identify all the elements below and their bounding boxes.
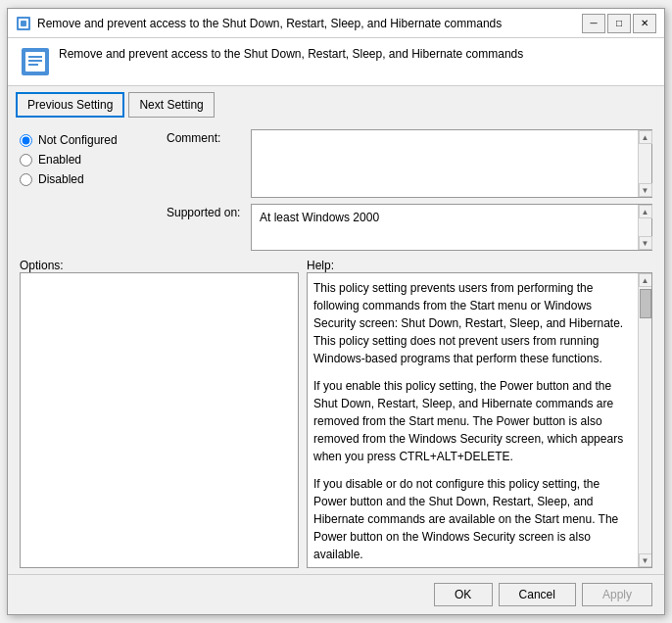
config-section: Not Configured Enabled Disabled Comment: xyxy=(20,129,652,251)
scroll-track xyxy=(639,144,651,183)
footer: OK Cancel Apply xyxy=(8,574,664,614)
radio-group: Not Configured Enabled Disabled xyxy=(20,133,147,186)
supported-row: Supported on: At least Windows 2000 ▲ ▼ xyxy=(167,204,652,251)
help-scroll-down[interactable]: ▼ xyxy=(639,553,652,567)
supported-scrollbar: ▲ ▼ xyxy=(638,205,651,250)
comment-scrollbar: ▲ ▼ xyxy=(638,130,651,197)
policy-icon xyxy=(20,46,51,77)
supported-scroll-track xyxy=(639,218,651,236)
bottom-section: Options: Help: This policy setting preve… xyxy=(20,259,652,568)
window-icon xyxy=(16,16,31,31)
cancel-button[interactable]: Cancel xyxy=(499,583,576,606)
scroll-down-arrow[interactable]: ▼ xyxy=(639,183,652,197)
header-section: Remove and prevent access to the Shut Do… xyxy=(8,38,664,86)
scroll-up-arrow[interactable]: ▲ xyxy=(639,130,652,144)
title-bar: Remove and prevent access to the Shut Do… xyxy=(8,9,664,38)
header-title: Remove and prevent access to the Shut Do… xyxy=(59,46,523,63)
help-label: Help: xyxy=(307,259,334,272)
enabled-radio-item[interactable]: Enabled xyxy=(20,153,147,167)
supported-field: At least Windows 2000 ▲ ▼ xyxy=(251,204,652,251)
svg-rect-5 xyxy=(28,56,42,58)
help-scroll-up[interactable]: ▲ xyxy=(639,273,652,287)
section-labels: Options: Help: xyxy=(20,259,652,272)
disabled-label: Disabled xyxy=(38,172,84,186)
svg-rect-7 xyxy=(28,64,38,66)
help-scroll-track xyxy=(639,287,651,553)
help-scroll-thumb[interactable] xyxy=(640,289,651,318)
not-configured-radio[interactable] xyxy=(20,134,32,147)
close-button[interactable]: ✕ xyxy=(633,14,656,33)
main-window: Remove and prevent access to the Shut Do… xyxy=(7,8,665,615)
supported-scroll-down[interactable]: ▼ xyxy=(639,236,652,250)
supported-value: At least Windows 2000 xyxy=(256,207,399,228)
minimize-button[interactable]: ─ xyxy=(582,14,605,33)
help-panel: This policy setting prevents users from … xyxy=(307,272,652,568)
help-scrollbar: ▲ ▼ xyxy=(638,273,651,567)
disabled-radio[interactable] xyxy=(20,173,32,186)
help-paragraph-3: If you disable or do not configure this … xyxy=(313,475,632,563)
comment-field: ▲ ▼ xyxy=(251,129,652,198)
apply-button[interactable]: Apply xyxy=(582,583,652,606)
supported-label: Supported on: xyxy=(167,204,245,219)
options-label: Options: xyxy=(20,259,64,272)
restore-button[interactable]: □ xyxy=(607,14,631,33)
comment-label: Comment: xyxy=(167,129,245,145)
ok-button[interactable]: OK xyxy=(434,583,493,606)
disabled-radio-item[interactable]: Disabled xyxy=(20,172,147,186)
enabled-radio[interactable] xyxy=(20,154,32,167)
toolbar: Previous Setting Next Setting xyxy=(8,86,664,123)
next-setting-button[interactable]: Next Setting xyxy=(128,92,214,118)
help-text-content: This policy setting prevents users from … xyxy=(308,273,651,567)
right-column: Comment: ▲ ▼ Supported on: At least Wind… xyxy=(167,129,652,251)
options-label-container: Options: xyxy=(20,259,299,272)
help-label-container: Help: xyxy=(307,259,652,272)
options-help-row: This policy setting prevents users from … xyxy=(20,272,652,568)
not-configured-radio-item[interactable]: Not Configured xyxy=(20,133,147,147)
help-paragraph-1: This policy setting prevents users from … xyxy=(313,279,632,367)
previous-setting-button[interactable]: Previous Setting xyxy=(16,92,124,118)
supported-scroll-up[interactable]: ▲ xyxy=(639,205,652,218)
not-configured-label: Not Configured xyxy=(38,133,118,147)
svg-rect-6 xyxy=(28,60,42,62)
comment-textarea[interactable] xyxy=(252,130,638,197)
title-bar-controls: ─ □ ✕ xyxy=(582,14,656,33)
enabled-label: Enabled xyxy=(38,153,81,167)
content-area: Not Configured Enabled Disabled Comment: xyxy=(8,123,664,574)
svg-rect-2 xyxy=(21,21,26,26)
title-bar-text: Remove and prevent access to the Shut Do… xyxy=(37,17,582,30)
help-paragraph-2: If you enable this policy setting, the P… xyxy=(313,377,632,465)
radio-column: Not Configured Enabled Disabled xyxy=(20,129,147,251)
comment-row: Comment: ▲ ▼ xyxy=(167,129,652,198)
options-panel xyxy=(20,272,299,568)
